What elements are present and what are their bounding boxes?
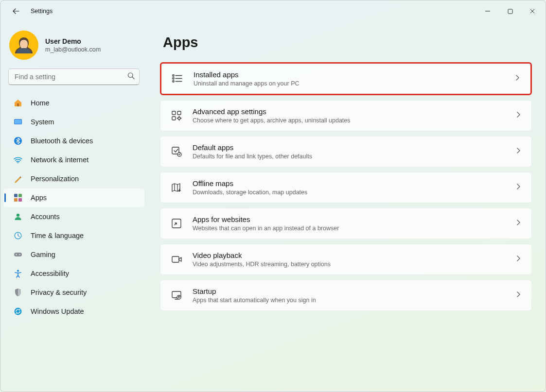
search-icon — [127, 72, 135, 82]
sidebar-item-accounts[interactable]: Accounts — [3, 207, 144, 226]
svg-rect-25 — [172, 117, 176, 120]
apps-icon — [13, 193, 23, 203]
chevron-right-icon — [515, 291, 522, 300]
card-video-playback[interactable]: Video playback Video adjustments, HDR st… — [160, 244, 532, 275]
svg-point-19 — [15, 308, 22, 315]
svg-rect-15 — [14, 253, 22, 256]
chevron-right-icon — [515, 111, 522, 120]
sidebar-item-label: Personalization — [31, 175, 79, 183]
sidebar-item-bluetooth[interactable]: Bluetooth & devices — [3, 132, 144, 150]
maximize-button[interactable] — [499, 3, 521, 19]
svg-rect-0 — [508, 9, 512, 14]
sidebar-item-home[interactable]: Home — [3, 94, 144, 112]
sidebar-item-update[interactable]: Windows Update — [3, 302, 144, 321]
sidebar-item-privacy[interactable]: Privacy & security — [3, 283, 144, 302]
card-title: Installed apps — [194, 70, 514, 79]
svg-point-17 — [19, 254, 20, 255]
svg-rect-10 — [14, 198, 18, 202]
chevron-right-icon — [515, 255, 522, 264]
card-default-apps[interactable]: Default apps Defaults for file and link … — [160, 136, 532, 167]
video-playback-icon — [170, 253, 183, 266]
titlebar: Settings — [0, 0, 546, 22]
sidebar-item-personalization[interactable]: Personalization — [3, 170, 144, 188]
card-startup[interactable]: Startup Apps that start automatically wh… — [160, 280, 532, 311]
offline-maps-icon — [170, 181, 183, 194]
card-advanced-app-settings[interactable]: Advanced app settings Choose where to ge… — [160, 100, 532, 131]
home-icon — [13, 98, 23, 108]
sidebar-item-label: System — [31, 118, 54, 126]
maximize-icon — [508, 9, 513, 14]
update-icon — [13, 307, 23, 316]
search-input[interactable] — [8, 68, 140, 85]
minimize-icon — [485, 8, 491, 14]
apps-for-websites-icon — [170, 217, 183, 230]
user-block[interactable]: User Demo m_lab@outlook.com — [3, 28, 144, 63]
chevron-right-icon — [515, 219, 522, 228]
search-wrap — [8, 68, 140, 85]
svg-point-26 — [178, 117, 180, 119]
sidebar-item-label: Apps — [31, 194, 47, 202]
card-subtitle: Websites that can open in an app instead… — [193, 225, 515, 232]
sidebar-item-apps[interactable]: Apps — [3, 188, 144, 207]
user-email: m_lab@outlook.com — [45, 46, 101, 53]
user-name: User Demo — [45, 37, 101, 45]
card-title: Video playback — [193, 251, 515, 259]
card-subtitle: Video adjustments, HDR streaming, batter… — [193, 261, 515, 268]
sidebar-item-gaming[interactable]: Gaming — [3, 245, 144, 264]
bluetooth-icon — [13, 136, 23, 146]
svg-rect-24 — [177, 111, 181, 115]
sidebar-item-label: Accounts — [31, 213, 60, 221]
sidebar-item-label: Time & language — [31, 232, 84, 239]
card-subtitle: Downloads, storage location, map updates — [193, 189, 515, 196]
card-title: Startup — [193, 287, 515, 295]
sidebar-item-label: Network & internet — [31, 156, 88, 164]
card-title: Offline maps — [193, 179, 515, 187]
startup-icon — [170, 289, 183, 302]
sidebar-item-label: Privacy & security — [31, 289, 87, 296]
personalization-icon — [13, 174, 23, 184]
card-installed-apps[interactable]: Installed apps Uninstall and manage apps… — [160, 62, 532, 95]
close-button[interactable] — [521, 3, 544, 19]
page-title: Apps — [163, 34, 532, 51]
svg-rect-23 — [172, 111, 176, 115]
close-icon — [529, 8, 535, 14]
privacy-icon — [13, 288, 23, 297]
svg-point-16 — [16, 254, 17, 255]
card-title: Advanced app settings — [193, 107, 515, 116]
sidebar-item-accessibility[interactable]: Accessibility — [3, 264, 144, 283]
accessibility-icon — [13, 269, 23, 278]
card-subtitle: Defaults for file and link types, other … — [193, 153, 515, 160]
main-content: Apps Installed apps Uninstall and manage… — [150, 22, 546, 392]
svg-point-12 — [17, 214, 19, 217]
svg-rect-3 — [17, 103, 19, 106]
default-apps-icon — [170, 145, 183, 158]
accounts-icon — [13, 212, 23, 222]
card-offline-maps[interactable]: Offline maps Downloads, storage location… — [160, 172, 532, 203]
installed-apps-icon — [171, 72, 184, 85]
svg-rect-30 — [172, 256, 179, 262]
card-apps-for-websites[interactable]: Apps for websites Websites that can open… — [160, 208, 532, 239]
sidebar-item-label: Windows Update — [31, 307, 84, 315]
svg-rect-21 — [173, 78, 174, 79]
svg-rect-8 — [14, 194, 18, 197]
window-title: Settings — [31, 8, 53, 15]
svg-rect-11 — [18, 198, 22, 202]
network-icon — [13, 155, 23, 165]
sidebar-item-time[interactable]: Time & language — [3, 226, 144, 245]
sidebar-item-label: Accessibility — [31, 270, 69, 277]
svg-rect-5 — [15, 119, 21, 124]
sidebar: User Demo m_lab@outlook.com Home System … — [0, 22, 150, 392]
sidebar-item-system[interactable]: System — [3, 113, 144, 131]
avatar — [9, 31, 38, 60]
avatar-icon — [9, 31, 38, 60]
svg-rect-22 — [173, 81, 174, 82]
system-icon — [13, 117, 23, 127]
arrow-left-icon — [12, 7, 20, 15]
back-button[interactable] — [8, 3, 24, 19]
card-subtitle: Apps that start automatically when you s… — [193, 297, 515, 304]
sidebar-item-label: Gaming — [31, 251, 55, 258]
card-title: Default apps — [193, 143, 515, 152]
sidebar-item-network[interactable]: Network & internet — [3, 151, 144, 169]
minimize-button[interactable] — [476, 3, 499, 19]
nav-list: Home System Bluetooth & devices Network … — [3, 94, 144, 321]
